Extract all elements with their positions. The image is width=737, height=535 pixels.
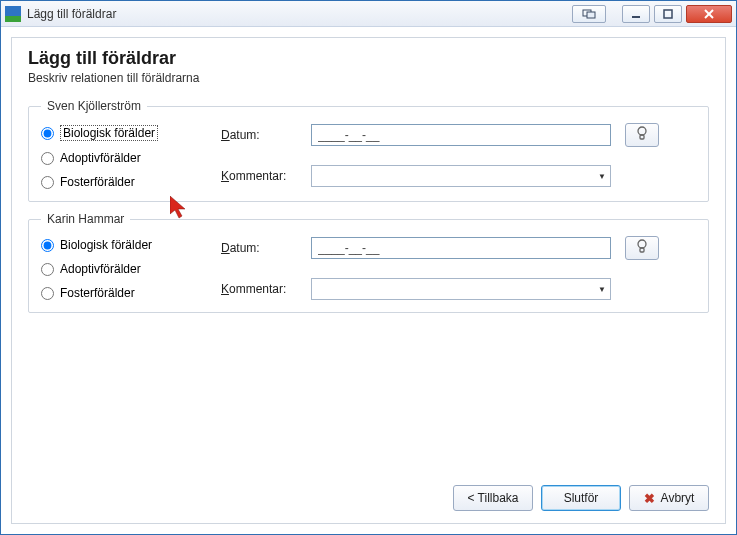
content-panel: Lägg till föräldrar Beskriv relationen t… — [11, 37, 726, 524]
radio-adopt-label-1: Adoptivförälder — [60, 151, 141, 165]
radio-adopt-input-1[interactable] — [41, 152, 54, 165]
comment-label-1: Kommentar: — [221, 169, 301, 183]
hint-button-2[interactable] — [625, 236, 659, 260]
radio-adopt-1[interactable]: Adoptivförälder — [41, 151, 191, 165]
lightbulb-icon — [636, 126, 648, 145]
main-area: Sven Kjöllerström Biologisk förälder Ado… — [28, 99, 709, 475]
radio-foster-input-1[interactable] — [41, 176, 54, 189]
radio-adopt-2[interactable]: Adoptivförälder — [41, 262, 191, 276]
radio-bio-1[interactable]: Biologisk förälder — [41, 125, 191, 141]
minimize-button[interactable] — [622, 5, 650, 23]
page-title: Lägg till föräldrar — [28, 48, 709, 69]
cancel-button[interactable]: ✖ Avbryt — [629, 485, 709, 511]
comment-combo-2[interactable]: ▼ — [311, 278, 611, 300]
cancel-x-icon: ✖ — [644, 491, 655, 506]
comment-label-2: Kommentar: — [221, 282, 301, 296]
radio-bio-label-1: Biologisk förälder — [60, 125, 158, 141]
titlebar: Lägg till föräldrar — [1, 1, 736, 27]
wizard-buttons: < Tillbaka Slutför ✖ Avbryt — [28, 475, 709, 511]
relation-radios-1: Biologisk förälder Adoptivförälder Foste… — [41, 123, 191, 189]
chevron-down-icon: ▼ — [598, 172, 606, 181]
radio-bio-input-1[interactable] — [41, 127, 54, 140]
relation-radios-2: Biologisk förälder Adoptivförälder Foste… — [41, 236, 191, 300]
maximize-button[interactable] — [654, 5, 682, 23]
radio-foster-2[interactable]: Fosterförälder — [41, 286, 191, 300]
app-icon — [5, 6, 21, 22]
close-button[interactable] — [686, 5, 732, 23]
comment-combo-1[interactable]: ▼ — [311, 165, 611, 187]
restore-helper-button[interactable] — [572, 5, 606, 23]
radio-foster-input-2[interactable] — [41, 287, 54, 300]
page-subtitle: Beskriv relationen till föräldrarna — [28, 71, 709, 85]
date-input-1[interactable] — [311, 124, 611, 146]
parent-name-2: Karin Hammar — [41, 212, 130, 226]
svg-rect-11 — [640, 248, 644, 252]
svg-point-8 — [638, 127, 646, 135]
radio-adopt-input-2[interactable] — [41, 263, 54, 276]
radio-bio-input-2[interactable] — [41, 239, 54, 252]
radio-foster-label-2: Fosterförälder — [60, 286, 135, 300]
svg-rect-9 — [640, 135, 644, 139]
window-controls — [572, 5, 732, 23]
finish-button[interactable]: Slutför — [541, 485, 621, 511]
parent-group-2: Karin Hammar Biologisk förälder Adoptivf… — [28, 212, 709, 313]
svg-rect-5 — [664, 10, 672, 18]
svg-rect-0 — [5, 6, 21, 16]
window-title: Lägg till föräldrar — [27, 7, 572, 21]
svg-point-10 — [638, 240, 646, 248]
parent-name-1: Sven Kjöllerström — [41, 99, 147, 113]
content-outer: Lägg till föräldrar Beskriv relationen t… — [1, 27, 736, 534]
hint-button-1[interactable] — [625, 123, 659, 147]
parent-group-1: Sven Kjöllerström Biologisk förälder Ado… — [28, 99, 709, 202]
radio-foster-label-1: Fosterförälder — [60, 175, 135, 189]
back-button[interactable]: < Tillbaka — [453, 485, 533, 511]
chevron-down-icon: ▼ — [598, 285, 606, 294]
date-label-2: Datum: — [221, 241, 301, 255]
radio-foster-1[interactable]: Fosterförälder — [41, 175, 191, 189]
date-input-2[interactable] — [311, 237, 611, 259]
window: Lägg till föräldrar Lägg till föräldrar … — [0, 0, 737, 535]
finish-button-label: Slutför — [564, 491, 599, 505]
back-button-label: < Tillbaka — [467, 491, 518, 505]
lightbulb-icon — [636, 239, 648, 258]
radio-adopt-label-2: Adoptivförälder — [60, 262, 141, 276]
svg-rect-3 — [587, 12, 595, 18]
radio-bio-label-2: Biologisk förälder — [60, 238, 152, 252]
date-label-1: Datum: — [221, 128, 301, 142]
svg-rect-1 — [5, 16, 21, 22]
cancel-button-label: Avbryt — [661, 491, 695, 505]
radio-bio-2[interactable]: Biologisk förälder — [41, 238, 191, 252]
